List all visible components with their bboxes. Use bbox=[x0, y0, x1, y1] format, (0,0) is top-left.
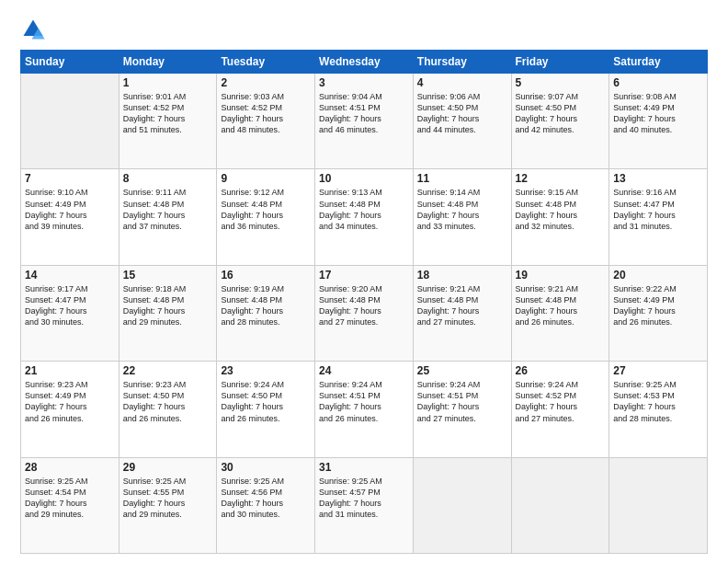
day-info: Sunrise: 9:25 AM Sunset: 4:57 PM Dayligh… bbox=[319, 476, 409, 521]
calendar-body: 1Sunrise: 9:01 AM Sunset: 4:52 PM Daylig… bbox=[21, 74, 708, 554]
day-number: 26 bbox=[516, 364, 606, 377]
day-info: Sunrise: 9:21 AM Sunset: 4:48 PM Dayligh… bbox=[417, 283, 507, 328]
day-cell: 24Sunrise: 9:24 AM Sunset: 4:51 PM Dayli… bbox=[315, 362, 414, 457]
day-info: Sunrise: 9:25 AM Sunset: 4:54 PM Dayligh… bbox=[25, 476, 115, 521]
weekday-header-tuesday: Tuesday bbox=[217, 51, 315, 74]
day-number: 5 bbox=[516, 76, 606, 89]
day-cell bbox=[609, 457, 708, 553]
day-info: Sunrise: 9:20 AM Sunset: 4:48 PM Dayligh… bbox=[319, 283, 409, 328]
week-row-4: 21Sunrise: 9:23 AM Sunset: 4:49 PM Dayli… bbox=[21, 362, 708, 457]
day-info: Sunrise: 9:03 AM Sunset: 4:52 PM Dayligh… bbox=[221, 91, 311, 136]
day-number: 14 bbox=[25, 269, 115, 282]
day-number: 12 bbox=[516, 172, 606, 185]
day-cell: 1Sunrise: 9:01 AM Sunset: 4:52 PM Daylig… bbox=[119, 74, 217, 169]
day-cell: 2Sunrise: 9:03 AM Sunset: 4:52 PM Daylig… bbox=[217, 74, 315, 169]
day-cell: 23Sunrise: 9:24 AM Sunset: 4:50 PM Dayli… bbox=[217, 362, 315, 457]
day-cell bbox=[511, 457, 609, 553]
day-number: 2 bbox=[221, 76, 311, 89]
day-info: Sunrise: 9:23 AM Sunset: 4:49 PM Dayligh… bbox=[25, 379, 115, 424]
day-info: Sunrise: 9:21 AM Sunset: 4:48 PM Dayligh… bbox=[516, 283, 606, 328]
day-cell bbox=[21, 74, 119, 169]
day-number: 22 bbox=[123, 364, 213, 377]
day-number: 30 bbox=[221, 461, 311, 474]
day-info: Sunrise: 9:08 AM Sunset: 4:49 PM Dayligh… bbox=[613, 91, 703, 136]
day-info: Sunrise: 9:18 AM Sunset: 4:48 PM Dayligh… bbox=[123, 283, 213, 328]
day-cell: 12Sunrise: 9:15 AM Sunset: 4:48 PM Dayli… bbox=[511, 169, 609, 265]
day-cell: 18Sunrise: 9:21 AM Sunset: 4:48 PM Dayli… bbox=[413, 265, 511, 361]
day-info: Sunrise: 9:04 AM Sunset: 4:51 PM Dayligh… bbox=[319, 91, 409, 136]
day-cell: 13Sunrise: 9:16 AM Sunset: 4:47 PM Dayli… bbox=[609, 169, 708, 265]
day-info: Sunrise: 9:07 AM Sunset: 4:50 PM Dayligh… bbox=[516, 91, 606, 136]
day-cell: 30Sunrise: 9:25 AM Sunset: 4:56 PM Dayli… bbox=[217, 457, 315, 553]
day-info: Sunrise: 9:24 AM Sunset: 4:52 PM Dayligh… bbox=[516, 379, 606, 424]
day-cell: 20Sunrise: 9:22 AM Sunset: 4:49 PM Dayli… bbox=[609, 265, 708, 361]
day-info: Sunrise: 9:25 AM Sunset: 4:55 PM Dayligh… bbox=[123, 476, 213, 521]
day-cell: 16Sunrise: 9:19 AM Sunset: 4:48 PM Dayli… bbox=[217, 265, 315, 361]
day-cell: 25Sunrise: 9:24 AM Sunset: 4:51 PM Dayli… bbox=[413, 362, 511, 457]
calendar: SundayMondayTuesdayWednesdayThursdayFrid… bbox=[20, 50, 708, 554]
day-cell: 4Sunrise: 9:06 AM Sunset: 4:50 PM Daylig… bbox=[413, 74, 511, 169]
day-info: Sunrise: 9:16 AM Sunset: 4:47 PM Dayligh… bbox=[613, 187, 703, 232]
day-number: 27 bbox=[613, 364, 703, 377]
day-cell: 15Sunrise: 9:18 AM Sunset: 4:48 PM Dayli… bbox=[119, 265, 217, 361]
day-number: 13 bbox=[613, 172, 703, 185]
day-number: 24 bbox=[319, 364, 409, 377]
day-info: Sunrise: 9:15 AM Sunset: 4:48 PM Dayligh… bbox=[516, 187, 606, 232]
day-cell: 3Sunrise: 9:04 AM Sunset: 4:51 PM Daylig… bbox=[315, 74, 414, 169]
day-info: Sunrise: 9:13 AM Sunset: 4:48 PM Dayligh… bbox=[319, 187, 409, 232]
day-cell: 29Sunrise: 9:25 AM Sunset: 4:55 PM Dayli… bbox=[119, 457, 217, 553]
day-info: Sunrise: 9:10 AM Sunset: 4:49 PM Dayligh… bbox=[25, 187, 115, 232]
day-number: 20 bbox=[613, 269, 703, 282]
day-info: Sunrise: 9:11 AM Sunset: 4:48 PM Dayligh… bbox=[123, 187, 213, 232]
day-info: Sunrise: 9:12 AM Sunset: 4:48 PM Dayligh… bbox=[221, 187, 311, 232]
day-info: Sunrise: 9:17 AM Sunset: 4:47 PM Dayligh… bbox=[25, 283, 115, 328]
day-cell bbox=[413, 457, 511, 553]
weekday-header-sunday: Sunday bbox=[21, 51, 119, 74]
day-number: 11 bbox=[417, 172, 507, 185]
day-cell: 17Sunrise: 9:20 AM Sunset: 4:48 PM Dayli… bbox=[315, 265, 414, 361]
day-cell: 6Sunrise: 9:08 AM Sunset: 4:49 PM Daylig… bbox=[609, 74, 708, 169]
day-number: 29 bbox=[123, 461, 213, 474]
day-number: 10 bbox=[319, 172, 409, 185]
day-cell: 7Sunrise: 9:10 AM Sunset: 4:49 PM Daylig… bbox=[21, 169, 119, 265]
page: SundayMondayTuesdayWednesdayThursdayFrid… bbox=[0, 0, 728, 563]
day-info: Sunrise: 9:25 AM Sunset: 4:53 PM Dayligh… bbox=[613, 379, 703, 424]
day-number: 8 bbox=[123, 172, 213, 185]
day-cell: 14Sunrise: 9:17 AM Sunset: 4:47 PM Dayli… bbox=[21, 265, 119, 361]
day-info: Sunrise: 9:23 AM Sunset: 4:50 PM Dayligh… bbox=[123, 379, 213, 424]
day-number: 1 bbox=[123, 76, 213, 89]
day-number: 21 bbox=[25, 364, 115, 377]
weekday-header-monday: Monday bbox=[119, 51, 217, 74]
weekday-header-friday: Friday bbox=[511, 51, 609, 74]
day-info: Sunrise: 9:24 AM Sunset: 4:51 PM Dayligh… bbox=[417, 379, 507, 424]
day-info: Sunrise: 9:14 AM Sunset: 4:48 PM Dayligh… bbox=[417, 187, 507, 232]
day-number: 25 bbox=[417, 364, 507, 377]
logo-icon bbox=[20, 17, 46, 42]
day-number: 4 bbox=[417, 76, 507, 89]
day-cell: 22Sunrise: 9:23 AM Sunset: 4:50 PM Dayli… bbox=[119, 362, 217, 457]
day-number: 6 bbox=[613, 76, 703, 89]
day-number: 7 bbox=[25, 172, 115, 185]
day-cell: 26Sunrise: 9:24 AM Sunset: 4:52 PM Dayli… bbox=[511, 362, 609, 457]
weekday-header-thursday: Thursday bbox=[413, 51, 511, 74]
day-cell: 8Sunrise: 9:11 AM Sunset: 4:48 PM Daylig… bbox=[119, 169, 217, 265]
day-number: 9 bbox=[221, 172, 311, 185]
day-cell: 21Sunrise: 9:23 AM Sunset: 4:49 PM Dayli… bbox=[21, 362, 119, 457]
day-info: Sunrise: 9:19 AM Sunset: 4:48 PM Dayligh… bbox=[221, 283, 311, 328]
day-cell: 28Sunrise: 9:25 AM Sunset: 4:54 PM Dayli… bbox=[21, 457, 119, 553]
weekday-header-saturday: Saturday bbox=[609, 51, 708, 74]
day-info: Sunrise: 9:25 AM Sunset: 4:56 PM Dayligh… bbox=[221, 476, 311, 521]
week-row-1: 1Sunrise: 9:01 AM Sunset: 4:52 PM Daylig… bbox=[21, 74, 708, 169]
day-number: 28 bbox=[25, 461, 115, 474]
day-cell: 10Sunrise: 9:13 AM Sunset: 4:48 PM Dayli… bbox=[315, 169, 414, 265]
day-cell: 19Sunrise: 9:21 AM Sunset: 4:48 PM Dayli… bbox=[511, 265, 609, 361]
day-cell: 11Sunrise: 9:14 AM Sunset: 4:48 PM Dayli… bbox=[413, 169, 511, 265]
day-number: 15 bbox=[123, 269, 213, 282]
day-number: 31 bbox=[319, 461, 409, 474]
day-cell: 31Sunrise: 9:25 AM Sunset: 4:57 PM Dayli… bbox=[315, 457, 414, 553]
day-info: Sunrise: 9:01 AM Sunset: 4:52 PM Dayligh… bbox=[123, 91, 213, 136]
day-number: 18 bbox=[417, 269, 507, 282]
day-number: 3 bbox=[319, 76, 409, 89]
day-number: 17 bbox=[319, 269, 409, 282]
day-cell: 5Sunrise: 9:07 AM Sunset: 4:50 PM Daylig… bbox=[511, 74, 609, 169]
